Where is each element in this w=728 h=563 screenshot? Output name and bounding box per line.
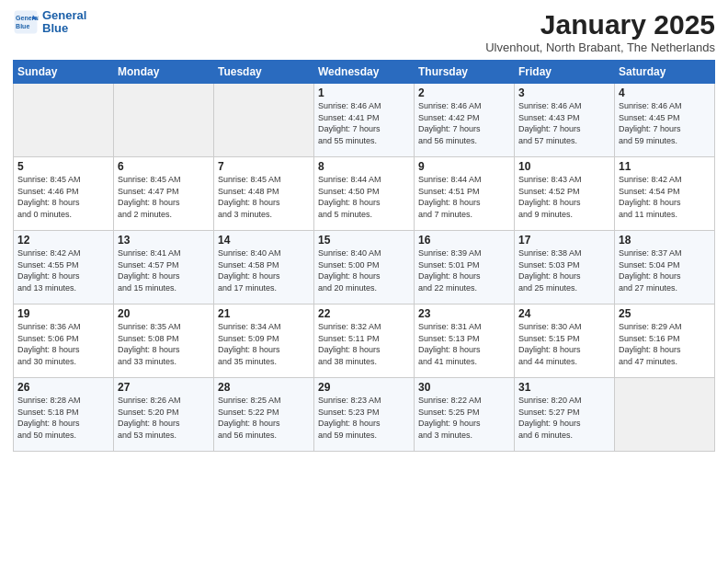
calendar-cell xyxy=(214,84,314,157)
cell-info: Sunrise: 8:40 AMSunset: 4:58 PMDaylight:… xyxy=(218,247,310,293)
calendar-cell: 26Sunrise: 8:28 AMSunset: 5:18 PMDayligh… xyxy=(14,378,114,452)
cell-info: Sunrise: 8:37 AMSunset: 5:04 PMDaylight:… xyxy=(619,247,711,293)
calendar-cell: 30Sunrise: 8:22 AMSunset: 5:25 PMDayligh… xyxy=(415,378,515,452)
day-number: 5 xyxy=(17,160,109,173)
calendar-cell: 28Sunrise: 8:25 AMSunset: 5:22 PMDayligh… xyxy=(214,378,314,452)
cell-info: Sunrise: 8:20 AMSunset: 5:27 PMDaylight:… xyxy=(518,395,610,441)
calendar-cell xyxy=(615,378,715,452)
calendar-cell: 14Sunrise: 8:40 AMSunset: 4:58 PMDayligh… xyxy=(214,231,314,304)
week-row-1: 1Sunrise: 8:46 AMSunset: 4:41 PMDaylight… xyxy=(14,84,715,157)
day-number: 11 xyxy=(619,160,711,173)
week-row-2: 5Sunrise: 8:45 AMSunset: 4:46 PMDaylight… xyxy=(14,157,715,231)
calendar-cell: 27Sunrise: 8:26 AMSunset: 5:20 PMDayligh… xyxy=(114,378,214,452)
cell-info: Sunrise: 8:46 AMSunset: 4:42 PMDaylight:… xyxy=(418,100,510,146)
day-number: 29 xyxy=(318,381,410,394)
calendar-cell: 31Sunrise: 8:20 AMSunset: 5:27 PMDayligh… xyxy=(515,378,615,452)
day-number: 8 xyxy=(318,160,410,173)
calendar-cell: 7Sunrise: 8:45 AMSunset: 4:48 PMDaylight… xyxy=(214,157,314,231)
weekday-header-sunday: Sunday xyxy=(14,61,114,84)
week-row-5: 26Sunrise: 8:28 AMSunset: 5:18 PMDayligh… xyxy=(14,378,715,452)
week-row-4: 19Sunrise: 8:36 AMSunset: 5:06 PMDayligh… xyxy=(14,304,715,378)
cell-info: Sunrise: 8:31 AMSunset: 5:13 PMDaylight:… xyxy=(418,321,510,367)
calendar-cell: 16Sunrise: 8:39 AMSunset: 5:01 PMDayligh… xyxy=(415,231,515,304)
day-number: 2 xyxy=(418,86,510,99)
weekday-header-friday: Friday xyxy=(515,61,615,84)
cell-info: Sunrise: 8:29 AMSunset: 5:16 PMDaylight:… xyxy=(619,321,711,367)
day-number: 14 xyxy=(218,234,310,247)
day-number: 4 xyxy=(619,86,711,99)
day-number: 7 xyxy=(218,160,310,173)
cell-info: Sunrise: 8:23 AMSunset: 5:23 PMDaylight:… xyxy=(318,395,410,441)
cell-info: Sunrise: 8:43 AMSunset: 4:52 PMDaylight:… xyxy=(518,174,610,220)
weekday-header-tuesday: Tuesday xyxy=(214,61,314,84)
day-number: 30 xyxy=(418,381,510,394)
cell-info: Sunrise: 8:44 AMSunset: 4:51 PMDaylight:… xyxy=(418,174,510,220)
cell-info: Sunrise: 8:45 AMSunset: 4:46 PMDaylight:… xyxy=(17,174,109,220)
svg-rect-0 xyxy=(15,11,38,34)
day-number: 10 xyxy=(518,160,610,173)
calendar-cell: 19Sunrise: 8:36 AMSunset: 5:06 PMDayligh… xyxy=(14,304,114,378)
cell-info: Sunrise: 8:46 AMSunset: 4:43 PMDaylight:… xyxy=(518,100,610,146)
day-number: 1 xyxy=(318,86,410,99)
day-number: 16 xyxy=(418,234,510,247)
cell-info: Sunrise: 8:25 AMSunset: 5:22 PMDaylight:… xyxy=(218,395,310,441)
day-number: 17 xyxy=(518,234,610,247)
cell-info: Sunrise: 8:41 AMSunset: 4:57 PMDaylight:… xyxy=(118,247,210,293)
day-number: 3 xyxy=(518,86,610,99)
day-number: 23 xyxy=(418,307,510,320)
title-block: January 2025 Ulvenhout, North Brabant, T… xyxy=(485,9,715,54)
calendar-cell: 29Sunrise: 8:23 AMSunset: 5:23 PMDayligh… xyxy=(314,378,415,452)
day-number: 27 xyxy=(118,381,210,394)
cell-info: Sunrise: 8:35 AMSunset: 5:08 PMDaylight:… xyxy=(118,321,210,367)
calendar-cell: 12Sunrise: 8:42 AMSunset: 4:55 PMDayligh… xyxy=(14,231,114,304)
logo-text: General Blue xyxy=(42,9,86,36)
cell-info: Sunrise: 8:42 AMSunset: 4:54 PMDaylight:… xyxy=(619,174,711,220)
calendar-cell: 1Sunrise: 8:46 AMSunset: 4:41 PMDaylight… xyxy=(314,84,415,157)
cell-info: Sunrise: 8:38 AMSunset: 5:03 PMDaylight:… xyxy=(518,247,610,293)
cell-info: Sunrise: 8:45 AMSunset: 4:47 PMDaylight:… xyxy=(118,174,210,220)
cell-info: Sunrise: 8:44 AMSunset: 4:50 PMDaylight:… xyxy=(318,174,410,220)
calendar-cell: 24Sunrise: 8:30 AMSunset: 5:15 PMDayligh… xyxy=(515,304,615,378)
cell-info: Sunrise: 8:46 AMSunset: 4:45 PMDaylight:… xyxy=(619,100,711,146)
day-number: 12 xyxy=(17,234,109,247)
calendar-cell: 9Sunrise: 8:44 AMSunset: 4:51 PMDaylight… xyxy=(415,157,515,231)
weekday-header-monday: Monday xyxy=(114,61,214,84)
cell-info: Sunrise: 8:26 AMSunset: 5:20 PMDaylight:… xyxy=(118,395,210,441)
day-number: 24 xyxy=(518,307,610,320)
day-number: 19 xyxy=(17,307,109,320)
calendar-cell: 2Sunrise: 8:46 AMSunset: 4:42 PMDaylight… xyxy=(415,84,515,157)
calendar-cell: 18Sunrise: 8:37 AMSunset: 5:04 PMDayligh… xyxy=(615,231,715,304)
calendar-cell: 11Sunrise: 8:42 AMSunset: 4:54 PMDayligh… xyxy=(615,157,715,231)
calendar-title: January 2025 xyxy=(485,9,715,40)
calendar-cell: 20Sunrise: 8:35 AMSunset: 5:08 PMDayligh… xyxy=(114,304,214,378)
cell-info: Sunrise: 8:45 AMSunset: 4:48 PMDaylight:… xyxy=(218,174,310,220)
weekday-header-wednesday: Wednesday xyxy=(314,61,415,84)
calendar-subtitle: Ulvenhout, North Brabant, The Netherland… xyxy=(485,40,715,54)
cell-info: Sunrise: 8:40 AMSunset: 5:00 PMDaylight:… xyxy=(318,247,410,293)
svg-text:Blue: Blue xyxy=(16,23,29,29)
calendar-cell: 4Sunrise: 8:46 AMSunset: 4:45 PMDaylight… xyxy=(615,84,715,157)
header: General Blue General Blue January 2025 U… xyxy=(13,9,715,54)
calendar-cell: 5Sunrise: 8:45 AMSunset: 4:46 PMDaylight… xyxy=(14,157,114,231)
day-number: 25 xyxy=(619,307,711,320)
logo-icon: General Blue xyxy=(13,9,39,35)
weekday-header-saturday: Saturday xyxy=(615,61,715,84)
cell-info: Sunrise: 8:42 AMSunset: 4:55 PMDaylight:… xyxy=(17,247,109,293)
day-number: 20 xyxy=(118,307,210,320)
calendar-cell: 6Sunrise: 8:45 AMSunset: 4:47 PMDaylight… xyxy=(114,157,214,231)
cell-info: Sunrise: 8:46 AMSunset: 4:41 PMDaylight:… xyxy=(318,100,410,146)
day-number: 31 xyxy=(518,381,610,394)
day-number: 15 xyxy=(318,234,410,247)
day-number: 26 xyxy=(17,381,109,394)
calendar-cell: 23Sunrise: 8:31 AMSunset: 5:13 PMDayligh… xyxy=(415,304,515,378)
calendar-cell: 13Sunrise: 8:41 AMSunset: 4:57 PMDayligh… xyxy=(114,231,214,304)
day-number: 18 xyxy=(619,234,711,247)
calendar-cell: 10Sunrise: 8:43 AMSunset: 4:52 PMDayligh… xyxy=(515,157,615,231)
cell-info: Sunrise: 8:36 AMSunset: 5:06 PMDaylight:… xyxy=(17,321,109,367)
cell-info: Sunrise: 8:22 AMSunset: 5:25 PMDaylight:… xyxy=(418,395,510,441)
calendar-cell: 15Sunrise: 8:40 AMSunset: 5:00 PMDayligh… xyxy=(314,231,415,304)
cell-info: Sunrise: 8:32 AMSunset: 5:11 PMDaylight:… xyxy=(318,321,410,367)
cell-info: Sunrise: 8:34 AMSunset: 5:09 PMDaylight:… xyxy=(218,321,310,367)
cell-info: Sunrise: 8:28 AMSunset: 5:18 PMDaylight:… xyxy=(17,395,109,441)
calendar-cell: 17Sunrise: 8:38 AMSunset: 5:03 PMDayligh… xyxy=(515,231,615,304)
